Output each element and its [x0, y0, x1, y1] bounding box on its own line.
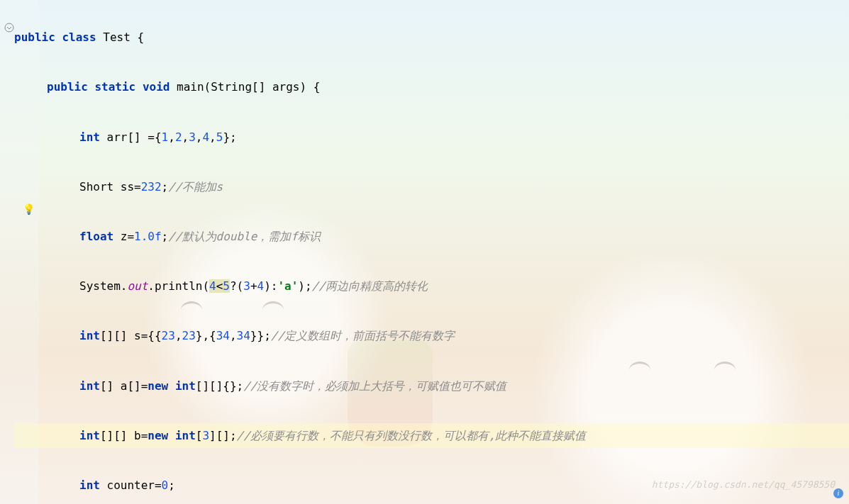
svg-point-0: [5, 23, 13, 32]
code-line-current[interactable]: int[][] b=new int[3][];//必须要有行数，不能只有列数没行…: [14, 423, 849, 448]
code-line[interactable]: public class Test {: [14, 25, 849, 50]
code-editor[interactable]: public class Test { public static void m…: [0, 0, 849, 504]
code-line[interactable]: System.out.println(4<5?(3+4):'a');//两边向精…: [14, 274, 849, 298]
code-line[interactable]: int[][] s={{23,23},{34,34}};//定义数组时，前面括号…: [14, 323, 849, 348]
code-line[interactable]: int arr[] ={1,2,3,4,5};: [14, 125, 849, 150]
code-line[interactable]: float z=1.0f;//默认为double，需加f标识: [14, 224, 849, 249]
info-icon[interactable]: i: [833, 488, 843, 498]
code-line[interactable]: int[] a[]=new int[][]{};//没有数字时，必须加上大括号，…: [14, 374, 849, 398]
watermark-text: https://blog.csdn.net/qq_45798550: [652, 475, 835, 495]
code-line[interactable]: Short ss=232;//不能加s: [14, 174, 849, 199]
lightbulb-icon[interactable]: 💡: [23, 198, 35, 220]
code-line[interactable]: public static void main(String[] args) {: [14, 74, 849, 99]
method-collapse-icon[interactable]: [4, 23, 14, 33]
